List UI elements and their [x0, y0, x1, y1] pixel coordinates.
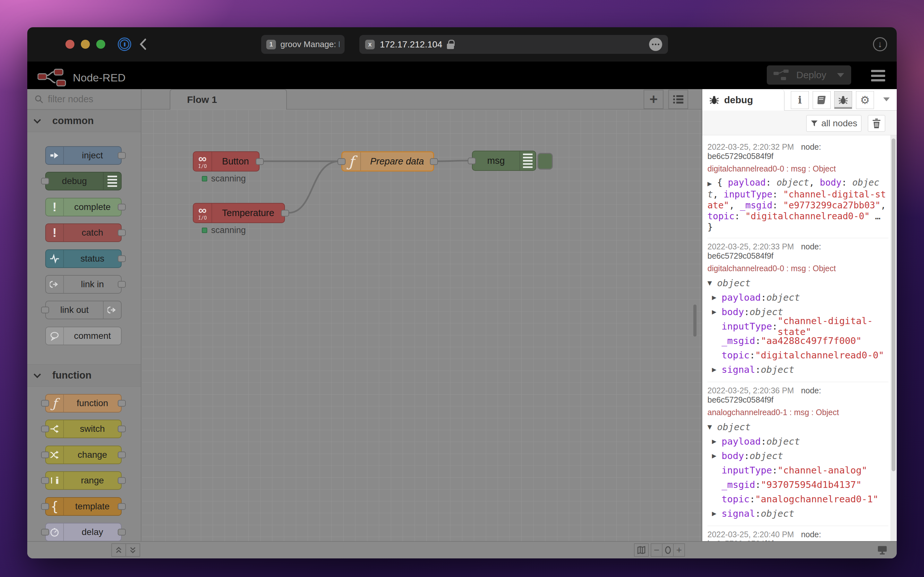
flow-node-msg-debug[interactable]: msg: [472, 151, 536, 171]
debug-tab-button[interactable]: [834, 91, 852, 109]
info-tab-button[interactable]: i: [791, 91, 809, 109]
close-window-button[interactable]: [65, 40, 74, 49]
zoom-in-button[interactable]: +: [673, 543, 685, 557]
json-tree-row[interactable]: ▶payload: object: [708, 290, 888, 305]
palette-node-complete[interactable]: !complete: [45, 198, 121, 216]
output-port: [118, 229, 126, 236]
password-extension-icon[interactable]: [118, 37, 131, 51]
sidebar-divider[interactable]: [702, 89, 702, 541]
help-tab-button[interactable]: [813, 91, 830, 109]
debug-message[interactable]: 2022-03-25, 2:20:32 PMnode: be6c5729c058…: [708, 139, 888, 238]
input-port[interactable]: [468, 157, 476, 164]
palette-expand-all-button[interactable]: [126, 543, 140, 557]
output-port[interactable]: [281, 210, 289, 216]
debug-message[interactable]: 2022-03-25, 2:20:40 PMnode: be6c5729c058…: [708, 526, 888, 541]
palette-node-inject[interactable]: inject: [45, 146, 121, 165]
downloads-icon[interactable]: ↓: [873, 37, 887, 51]
palette-collapse-all-button[interactable]: [111, 543, 126, 557]
flow-node-prepare-data[interactable]: ƒ Prepare data: [341, 151, 434, 171]
palette-node-link-in[interactable]: link in: [45, 275, 121, 293]
output-port: [118, 477, 126, 484]
palette-node-change[interactable]: change: [45, 446, 121, 464]
debug-scrollbar[interactable]: [890, 135, 897, 541]
back-icon[interactable]: [139, 38, 147, 50]
palette-node-template[interactable]: {template: [45, 497, 121, 516]
section-title: common: [52, 115, 94, 127]
canvas-grid[interactable]: ∞I/O Button scanning ∞I/O Temperature sc…: [142, 110, 702, 541]
open-debug-window-button[interactable]: [875, 543, 890, 557]
more-options-icon[interactable]: [649, 38, 662, 51]
url-text[interactable]: 172.17.212.104: [380, 39, 443, 50]
debug-message[interactable]: 2022-03-25, 2:20:36 PMnode: be6c5729c058…: [708, 382, 888, 526]
debug-message[interactable]: 2022-03-25, 2:20:33 PMnode: be6c5729c058…: [708, 238, 888, 382]
json-tree-row[interactable]: ▶signal: object: [708, 362, 888, 377]
flow-node-temperature[interactable]: ∞I/O Temperature: [193, 203, 285, 223]
browser-tab-groov[interactable]: 1 groov Manage: N...: [261, 35, 344, 54]
book-icon: [817, 95, 827, 105]
json-tree-row[interactable]: ▼object: [708, 420, 888, 434]
json-tree-row[interactable]: ▶body: object: [708, 448, 888, 463]
config-tab-button[interactable]: ⚙: [856, 91, 874, 109]
trash-icon: [872, 119, 881, 128]
debug-enable-toggle[interactable]: [537, 153, 553, 169]
json-tree-row[interactable]: ▶payload: object: [708, 434, 888, 448]
add-flow-button[interactable]: +: [644, 90, 664, 109]
palette-node-range[interactable]: range: [45, 471, 121, 490]
palette-node-debug[interactable]: debug: [45, 172, 121, 190]
output-port[interactable]: [256, 158, 264, 165]
palette-node-delay[interactable]: delay: [45, 523, 121, 541]
canvas-scrollbar[interactable]: [692, 110, 698, 541]
message-json-collapsed[interactable]: ▶{ payload: object, body: object, inputT…: [708, 177, 888, 233]
sidebar-options-caret-icon[interactable]: [883, 97, 890, 101]
json-tree-row[interactable]: inputType: "channel-digital-state": [708, 319, 888, 334]
json-tree-row[interactable]: topic: "analogchannelread0-1": [708, 492, 888, 506]
clear-messages-button[interactable]: [868, 115, 885, 132]
zoom-reset-icon: [665, 546, 671, 554]
palette-node-link-out[interactable]: link out: [45, 301, 121, 319]
json-tree-row[interactable]: ▼object: [708, 276, 888, 290]
message-json-tree: ▼object▶payload: object▶body: objectinpu…: [708, 276, 888, 377]
address-bar-tab[interactable]: x 172.17.212.104: [359, 35, 668, 54]
json-tree-row[interactable]: _msgid: "937075954d1b4137": [708, 477, 888, 492]
palette-section-header-common[interactable]: common: [27, 110, 141, 132]
tab-favicon: x: [365, 40, 375, 49]
zoom-out-button[interactable]: −: [651, 543, 662, 557]
tab-debug[interactable]: debug: [702, 89, 784, 111]
debug-message-list: 2022-03-25, 2:20:32 PMnode: be6c5729c058…: [702, 135, 890, 541]
input-port[interactable]: [338, 158, 346, 165]
status-dot-icon: [202, 227, 207, 233]
output-port: [118, 281, 126, 288]
flow-list-button[interactable]: [668, 90, 688, 109]
palette-node-label: switch: [64, 424, 121, 434]
palette-node-catch[interactable]: !catch: [45, 223, 121, 242]
flow-tab[interactable]: Flow 1: [170, 89, 287, 110]
zoom-reset-button[interactable]: [662, 543, 674, 557]
palette-node-comment[interactable]: comment: [45, 327, 121, 345]
json-tree-row[interactable]: ▶signal: object: [708, 506, 888, 521]
palette-section-header-function[interactable]: function: [27, 364, 141, 387]
json-tree-row[interactable]: inputType: "channel-analog": [708, 463, 888, 477]
status-text: scanning: [211, 174, 246, 184]
zoom-controls: − +: [651, 543, 685, 557]
flow-node-button[interactable]: ∞I/O Button: [193, 151, 260, 171]
deploy-options-caret-icon[interactable]: [837, 73, 844, 77]
minimize-window-button[interactable]: [81, 40, 90, 49]
double-chevron-up-icon: [115, 546, 123, 554]
node-label: Button: [212, 156, 259, 167]
palette-node-function[interactable]: ƒfunction: [45, 394, 121, 413]
main-menu-icon[interactable]: [871, 70, 885, 81]
json-tree-row[interactable]: topic: "digitalchannelread0-0": [708, 348, 888, 362]
search-input[interactable]: [48, 94, 125, 105]
browser-toolbar: 1 groov Manage: N... x 172.17.212.104 ↓: [27, 27, 897, 61]
palette-divider[interactable]: [141, 89, 142, 558]
deploy-button[interactable]: Deploy: [767, 65, 851, 85]
palette-search[interactable]: [27, 89, 141, 110]
fullscreen-window-button[interactable]: [96, 40, 105, 49]
navigator-button[interactable]: [634, 543, 649, 557]
palette-node-switch[interactable]: switch: [45, 420, 121, 438]
tab-title: groov Manage: N...: [280, 39, 339, 49]
debug-filter-button[interactable]: all nodes: [806, 115, 861, 132]
json-tree-row[interactable]: _msgid: "aa4288c497f7f000": [708, 334, 888, 348]
output-port[interactable]: [430, 158, 438, 165]
palette-node-status[interactable]: status: [45, 250, 121, 268]
